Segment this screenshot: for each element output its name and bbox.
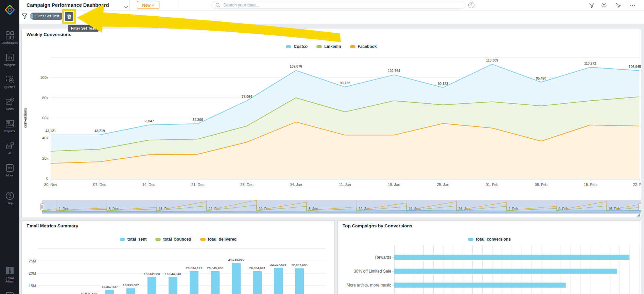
top-bar: Campaign Performance Dashboard New + ? [19,0,644,11]
panel-title: Top Campaigns by Conversions [343,223,412,228]
sidebar-item-label: Help [6,202,13,205]
filter-icon[interactable] [589,2,595,9]
svg-text:04. Jan: 04. Jan [290,183,302,187]
legend-item-costco[interactable]: Costco [286,44,308,49]
svg-text:0: 0 [46,176,48,180]
svg-text:More artists, more music: More artists, more music [347,283,391,288]
legend-marker [468,238,473,241]
search-help-icon[interactable]: ? [468,2,474,8]
legend-item-linkedin[interactable]: LinkedIn [316,44,341,49]
svg-text:11. Jan: 11. Jan [339,183,351,187]
ai-settings-icon[interactable] [615,2,622,9]
legend-label: Costco [294,44,308,49]
svg-text:13,933,887: 13,933,887 [123,283,139,287]
help-icon [5,191,15,201]
svg-text:22,007,608: 22,007,608 [291,263,308,267]
legend-marker [120,238,125,241]
svg-text:43,219: 43,219 [94,129,105,133]
svg-text:20,834,171: 20,834,171 [186,266,202,270]
reports-icon [5,119,15,128]
dashboard-filter-icon[interactable] [21,13,28,19]
svg-text:90,722: 90,722 [340,81,350,85]
svg-text:113,309: 113,309 [486,58,498,62]
svg-text:77,064: 77,064 [242,95,252,99]
legend-item-total-delivered[interactable]: total_delivered [200,237,237,242]
sidebar-item-queries[interactable]: Queries [0,75,19,89]
filter-set-chip[interactable]: Filter Set Test [30,13,64,20]
svg-text:18,544,040: 18,544,040 [165,272,181,276]
sidebar-item-alerts[interactable]: Alerts [0,97,19,111]
panel-resize-handle[interactable] [637,213,640,217]
svg-text:24,235,069: 24,235,069 [228,258,244,261]
delete-filter-set-button[interactable] [65,12,73,21]
sidebar: Dashboards Widgets Queries Alerts Report… [0,0,19,294]
sidebar-item-help[interactable]: Help [0,191,19,205]
sidebar-item-dashboards[interactable]: Dashboards [0,31,19,45]
top-campaigns-panel: Top Campaigns by Conversions total_conve… [337,220,641,294]
campaigns-legend: total_conversions [338,237,641,242]
svg-text:20,854,091: 20,854,091 [249,266,265,270]
svg-text:30. Nov: 30. Nov [44,183,57,187]
more-options-icon[interactable] [629,2,636,9]
svg-text:100k: 100k [40,75,48,80]
legend-label: total_sent [127,237,147,242]
sidebar-item-admin[interactable]: Knowi Admin [0,266,19,283]
svg-text:22,227,508: 22,227,508 [270,263,286,266]
legend-marker [286,45,291,48]
sidebar-item-label: More [6,174,13,177]
sidebar-item-label: Knowi Admin [2,276,18,283]
svg-text:08. Feb: 08. Feb [535,183,547,187]
filter-set-chip-label: Filter Set Test [35,14,59,18]
legend-item-total-sent[interactable]: total_sent [120,237,147,242]
settings-gear-icon[interactable] [601,2,608,9]
new-button[interactable]: New + [137,1,159,9]
svg-text:18. Jan: 18. Jan [388,183,400,187]
email-metrics-chart[interactable]: 15M20M25M10,521,34313,347,63713,933,8871… [22,244,335,294]
chart-navigator[interactable]: 1. Dec8. Dec15. Dec22. Dec29. Dec5. Jan1… [40,200,641,214]
app-root: { "header": { "title": "Campaign Perform… [0,0,644,294]
svg-text:01. Feb: 01. Feb [486,183,498,187]
sidebar-item-more[interactable]: More [0,163,19,177]
legend-marker [350,45,355,48]
sidebar-item-partial[interactable] [0,291,19,294]
legend-item-facebook[interactable]: Facebook [350,44,377,49]
svg-text:53,047: 53,047 [143,119,154,123]
weekly-conversions-chart[interactable]: 020k40k60k80k100kconversions30. Nov07. D… [22,53,641,189]
top-campaigns-chart[interactable]: Rewards30% off Limited SaleMore artists,… [338,244,641,294]
sidebar-item-reports[interactable]: Reports [0,119,19,133]
widgets-icon [5,53,15,62]
svg-text:15M: 15M [29,284,36,288]
svg-text:107,076: 107,076 [290,65,302,68]
legend-label: Facebook [358,44,377,49]
search-bar[interactable] [212,1,466,9]
legend-label: LinkedIn [324,44,341,49]
sidebar-item-label: Alerts [6,107,14,111]
sidebar-item-label: Reports [4,129,15,133]
weekly-conversions-panel: Weekly Conversions Costco LinkedIn Faceb… [21,29,641,218]
legend-item-total-conversions[interactable]: total_conversions [468,237,511,242]
svg-text:90,123: 90,123 [438,82,448,86]
legend-marker [200,238,206,241]
trash-icon [67,14,71,19]
filter-strip [19,11,644,24]
user-tie-icon [5,266,15,275]
sidebar-item-label: Dashboards [1,41,18,45]
filter-set-tooltip: Filter Set Test [68,25,99,32]
knowi-logo[interactable] [0,0,19,19]
sidebar-item-ai[interactable]: AI [0,141,19,155]
legend-label: total_bounced [163,237,191,242]
more-icon [5,163,15,173]
search-input[interactable] [223,2,462,8]
svg-text:30% off Limited Sale: 30% off Limited Sale [354,269,391,274]
svg-text:21. Dec: 21. Dec [191,183,204,187]
svg-text:Rewards: Rewards [375,255,391,260]
svg-text:28. Dec: 28. Dec [240,183,253,187]
sidebar-item-label: AI [8,152,11,155]
dashboard-chevron-down-icon[interactable] [124,4,128,10]
svg-text:54,300: 54,300 [193,118,203,122]
legend-label: total_delivered [208,237,237,242]
sidebar-item-widgets[interactable]: Widgets [0,53,19,67]
queries-icon [5,75,15,84]
svg-text:102,764: 102,764 [388,69,400,73]
legend-item-total-bounced[interactable]: total_bounced [155,237,191,242]
